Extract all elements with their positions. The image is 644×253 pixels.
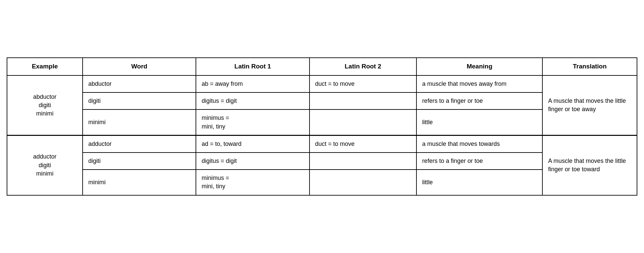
- latin1-cell: ab = away from: [196, 75, 309, 92]
- translation-cell-1: A muscle that moves the little finger or…: [542, 135, 637, 195]
- header-meaning: Meaning: [416, 58, 542, 75]
- example-cell-0: abductor digiti minimi: [7, 75, 83, 135]
- word-cell: adductor: [83, 135, 196, 153]
- table-row: abductor digiti minimiabductorab = away …: [7, 75, 637, 92]
- latin2-cell: [310, 92, 416, 109]
- table-body: abductor digiti minimiabductorab = away …: [7, 75, 637, 195]
- meaning-cell: refers to a finger or toe: [416, 92, 542, 109]
- latin2-cell: [310, 153, 416, 170]
- latin1-cell: minimus = mini, tiny: [196, 170, 309, 195]
- word-cell: minimi: [83, 170, 196, 195]
- meaning-cell: little: [416, 170, 542, 195]
- header-word: Word: [83, 58, 196, 75]
- header-example: Example: [7, 58, 83, 75]
- header-latin2: Latin Root 2: [310, 58, 416, 75]
- translation-cell-0: A muscle that moves the little finger or…: [542, 75, 637, 135]
- word-cell: digiti: [83, 92, 196, 109]
- table-row: adductor digiti minimiadductorad = to, t…: [7, 135, 637, 153]
- table-wrapper: Example Word Latin Root 1 Latin Root 2 M…: [7, 57, 637, 195]
- latin1-cell: digitus = digit: [196, 92, 309, 109]
- latin2-cell: [310, 170, 416, 195]
- latin1-cell: ad = to, toward: [196, 135, 309, 153]
- meaning-cell: a muscle that moves away from: [416, 75, 542, 92]
- latin1-cell: digitus = digit: [196, 153, 309, 170]
- latin2-cell: [310, 109, 416, 135]
- word-cell: abductor: [83, 75, 196, 92]
- meaning-cell: little: [416, 109, 542, 135]
- latin1-cell: minimus = mini, tiny: [196, 109, 309, 135]
- main-table: Example Word Latin Root 1 Latin Root 2 M…: [7, 57, 637, 195]
- latin2-cell: duct = to move: [310, 75, 416, 92]
- word-cell: digiti: [83, 153, 196, 170]
- meaning-cell: refers to a finger or toe: [416, 153, 542, 170]
- header-translation: Translation: [542, 58, 637, 75]
- header-latin1: Latin Root 1: [196, 58, 309, 75]
- latin2-cell: duct = to move: [310, 135, 416, 153]
- example-cell-1: adductor digiti minimi: [7, 135, 83, 195]
- header-row: Example Word Latin Root 1 Latin Root 2 M…: [7, 58, 637, 75]
- meaning-cell: a muscle that moves towards: [416, 135, 542, 153]
- word-cell: minimi: [83, 109, 196, 135]
